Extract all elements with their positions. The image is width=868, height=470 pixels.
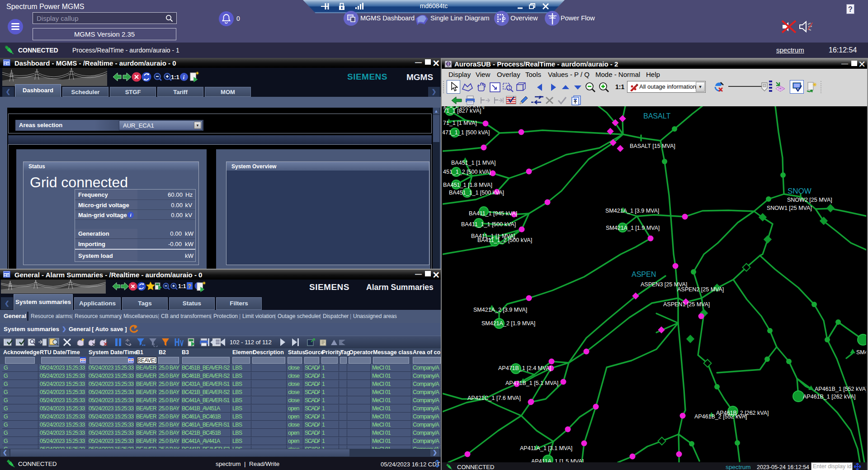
svg-text:BA411_1 [945 kVA]: BA411_1 [945 kVA] [469, 210, 517, 217]
svg-text:102 - 112 of 112: 102 - 112 of 112 [230, 339, 272, 346]
svg-text:AP411A_1 [3.1 MVA]: AP411A_1 [3.1 MVA] [520, 445, 572, 451]
svg-text:AP411A_1 [1.5 MVA]: AP411A_1 [1.5 MVA] [531, 458, 584, 462]
svg-text:BA411_1_1 [500 kVA]: BA411_1_1 [500 kVA] [461, 221, 516, 228]
svg-text:SM421A_2 [1.9 MVA]: SM421A_2 [1.9 MVA] [481, 320, 535, 327]
svg-text:AP461B_2 [552 kVA]: AP461B_2 [552 kVA] [694, 413, 747, 420]
svg-text:SM421A_1 [1.9 MVA]: SM421A_1 [1.9 MVA] [606, 225, 660, 231]
svg-text:AP471B_1 [5.1 MVA]: AP471B_1 [5.1 MVA] [505, 380, 558, 386]
svg-text:BA411_1_2 [500 kVA]: BA411_1_2 [500 kVA] [477, 237, 532, 243]
svg-text:SM44: SM44 [856, 349, 866, 356]
svg-text:BA451_1 [1.8 MVA]: BA451_1 [1.8 MVA] [443, 182, 492, 188]
svg-text:SNOW2 [25 MVA]: SNOW2 [25 MVA] [787, 197, 832, 203]
svg-text:AP461B_1 [262 kVA]: AP461B_1 [262 kVA] [803, 394, 856, 400]
svg-text:BA451_1_1 [500 kVA]: BA451_1_1 [500 kVA] [449, 190, 504, 196]
svg-text:ASPEN1 [25 MVA]: ASPEN1 [25 MVA] [663, 301, 710, 308]
svg-text:AP421C_1 [7.6 MVA]: AP421C_1 [7.6 MVA] [467, 395, 521, 401]
svg-text:AP461B_1 [552 kVA]: AP461B_1 [552 kVA] [815, 386, 866, 392]
svg-text:1:1: 1:1 [178, 283, 186, 290]
svg-text:?: ? [188, 283, 191, 290]
svg-text:451_1_2 [500 kVA]: 451_1_2 [500 kVA] [443, 169, 491, 175]
svg-text:SNOW: SNOW [788, 187, 811, 195]
svg-text:BASALT [15 MVA]: BASALT [15 MVA] [630, 143, 675, 149]
svg-text:BA451_1 [1 MVA]: BA451_1 [1 MVA] [451, 160, 495, 166]
svg-text:ASPEN: ASPEN [632, 271, 656, 278]
svg-text:SM421A_2 [3.9 MVA]: SM421A_2 [3.9 MVA] [473, 307, 527, 313]
svg-text:1:1: 1:1 [171, 74, 179, 81]
svg-text:71_1 [1 MVA]: 71_1 [1 MVA] [443, 120, 477, 126]
svg-text:BASALT: BASALT [643, 112, 670, 120]
svg-text:SM421A_1 [3.9 MVA]: SM421A_1 [3.9 MVA] [605, 208, 659, 214]
svg-text:SNOW1 [25 MVA]: SNOW1 [25 MVA] [767, 205, 812, 211]
svg-text:71_1 [827 kVA]: 71_1 [827 kVA] [443, 108, 481, 114]
svg-text:AP471B_1 [2.4 MVA]: AP471B_1 [2.4 MVA] [498, 365, 551, 371]
svg-text:471_1_1 [500 kVA]: 471_1_1 [500 kVA] [443, 129, 490, 136]
svg-text:ASPEN2 [25 MVA]: ASPEN2 [25 MVA] [677, 286, 724, 293]
